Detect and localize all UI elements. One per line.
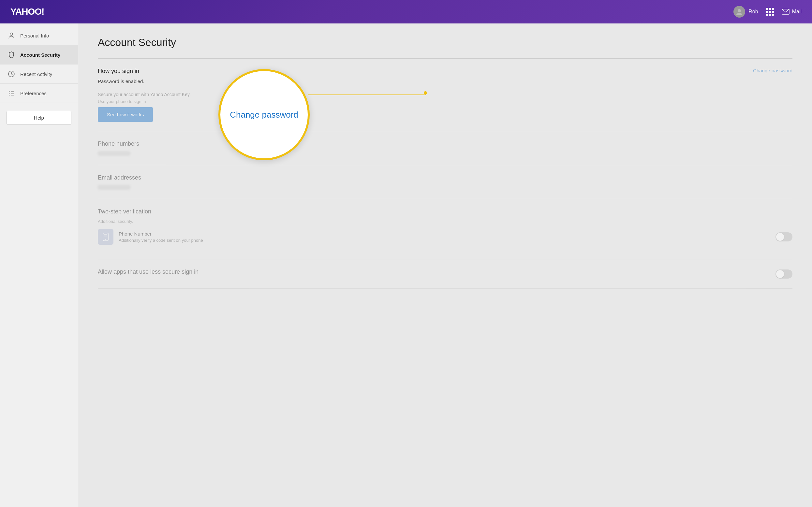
arrow-line (308, 95, 426, 95)
sidebar-item-account-security[interactable]: Account Security (0, 45, 78, 64)
arrow-dot (424, 91, 427, 95)
list-icon (8, 90, 15, 97)
change-password-link[interactable]: Change password (753, 68, 793, 73)
magnifier-circle: Change password (218, 69, 310, 160)
sidebar-item-personal-info[interactable]: Personal Info (0, 26, 78, 45)
person-icon (8, 32, 15, 39)
sign-in-left: How you sign in Password is enabled. Sec… (98, 68, 191, 122)
magnified-change-password[interactable]: Change password (230, 110, 298, 120)
account-key-title: Secure your account with Yahoo Account K… (98, 92, 191, 97)
two-step-phone-desc: Additionally verify a code sent on your … (119, 238, 770, 243)
sidebar-item-preferences[interactable]: Preferences (0, 84, 78, 103)
mail-label: Mail (792, 9, 802, 15)
sign-in-section: How you sign in Password is enabled. Sec… (98, 58, 793, 131)
two-step-phone-toggle[interactable] (775, 232, 793, 241)
less-secure-title: Allow apps that use less secure sign in (98, 269, 199, 275)
two-step-section: Two-step verification Additional securit… (98, 199, 793, 259)
two-step-subtitle: Additional security. (98, 219, 793, 224)
account-key-desc: Use your phone to sign in (98, 99, 191, 104)
svg-point-1 (737, 13, 742, 15)
svg-rect-14 (104, 236, 107, 237)
svg-point-15 (105, 239, 106, 240)
yahoo-logo[interactable]: YAHOO! (10, 6, 44, 17)
sidebar-item-recent-activity[interactable]: Recent Activity (0, 64, 78, 84)
phone-numbers-title: Phone numbers (98, 140, 793, 147)
less-secure-section: Allow apps that use less secure sign in (98, 259, 793, 289)
sign-in-right: Change password (753, 68, 793, 74)
main-content: Account Security How you sign in Passwor… (78, 23, 812, 507)
less-secure-toggle[interactable] (775, 270, 793, 279)
mail-icon (782, 9, 790, 15)
layout: Personal Info Account Security Recent Ac… (0, 23, 812, 507)
phone-blurred (98, 151, 130, 156)
password-status: Password is enabled. (98, 78, 191, 84)
sidebar-label-personal-info: Personal Info (20, 33, 49, 39)
header-user[interactable]: Rob (734, 6, 758, 17)
help-container: Help (0, 103, 78, 132)
sidebar-label-preferences: Preferences (20, 91, 47, 96)
svg-point-0 (738, 9, 741, 12)
page-title: Account Security (98, 37, 793, 49)
sidebar-label-recent-activity: Recent Activity (20, 71, 52, 77)
svg-rect-12 (104, 234, 107, 235)
account-key-box: Secure your account with Yahoo Account K… (98, 92, 191, 122)
two-step-phone-item: Phone Number Additionally verify a code … (98, 224, 793, 250)
phone-icon (98, 229, 113, 245)
sign-in-row: How you sign in Password is enabled. Sec… (98, 68, 793, 122)
sidebar: Personal Info Account Security Recent Ac… (0, 23, 78, 507)
sign-in-title: How you sign in (98, 68, 191, 75)
svg-point-3 (10, 33, 13, 36)
two-step-phone-text: Phone Number Additionally verify a code … (119, 231, 770, 243)
mail-link[interactable]: Mail (782, 9, 802, 15)
clock-icon (8, 70, 15, 77)
header-right: Rob Mail (734, 6, 802, 17)
apps-icon[interactable] (766, 8, 774, 16)
user-name: Rob (748, 9, 758, 15)
email-addresses-section: Email addresses (98, 165, 793, 199)
help-button[interactable]: Help (6, 111, 71, 125)
two-step-phone-name: Phone Number (119, 231, 770, 236)
email-addresses-title: Email addresses (98, 174, 793, 181)
email-blurred (98, 185, 130, 190)
phone-numbers-section: Phone numbers (98, 131, 793, 165)
shield-icon (8, 51, 15, 58)
see-how-button[interactable]: See how it works (98, 107, 153, 122)
header: YAHOO! Rob Mail (0, 0, 812, 23)
avatar (734, 6, 745, 17)
two-step-title: Two-step verification (98, 208, 793, 215)
sidebar-label-account-security: Account Security (20, 52, 60, 58)
svg-rect-13 (104, 236, 107, 236)
